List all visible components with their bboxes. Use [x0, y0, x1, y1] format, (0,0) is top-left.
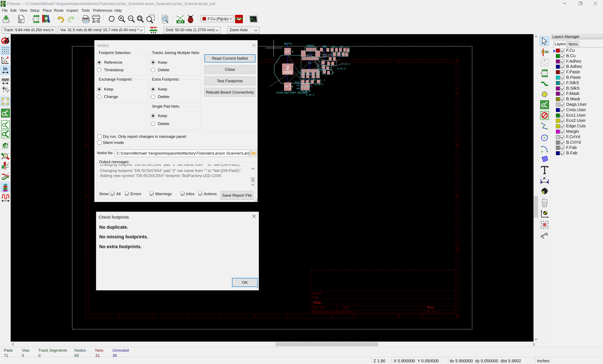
svg-text:R_49.9: R_49.9 — [341, 63, 350, 65]
svg-text:4: 4 — [331, 314, 333, 318]
svg-text:3: 3 — [253, 314, 255, 318]
svg-text:Date:: Date: — [342, 305, 350, 309]
svg-text:D5: D5 — [332, 46, 335, 48]
svg-text:R_49.9: R_49.9 — [315, 83, 323, 86]
svg-text:A: A — [86, 92, 89, 95]
svg-text:9: 9 — [324, 79, 325, 82]
svg-text:Rev:: Rev: — [427, 305, 434, 309]
svg-text:LED.RED: LED.RED — [317, 69, 326, 71]
svg-text:A: A — [299, 72, 301, 74]
svg-text:in: in — [3, 66, 7, 71]
svg-text:θ: θ — [6, 60, 7, 63]
svg-text:5: 5 — [398, 59, 400, 63]
svg-text:r: r — [3, 57, 4, 60]
svg-text:A: A — [299, 76, 301, 78]
svg-text:BATT1: BATT1 — [284, 42, 292, 46]
svg-text:1: 1 — [118, 314, 120, 318]
svg-text:PB1: PB1 — [323, 45, 327, 48]
svg-text:+: + — [291, 85, 293, 89]
svg-text:File:: File: — [312, 295, 318, 299]
svg-text:6: 6 — [456, 59, 458, 63]
svg-text:2: 2 — [186, 314, 188, 318]
svg-text:GND: GND — [283, 70, 292, 74]
svg-text:5: 5 — [398, 314, 400, 318]
svg-text:D: D — [456, 247, 459, 250]
svg-text:R10: R10 — [295, 81, 299, 83]
svg-text:1: 1 — [285, 50, 290, 53]
svg-text:C: C — [456, 194, 459, 198]
svg-text:A: A — [456, 92, 459, 95]
svg-text:D7: D7 — [340, 46, 343, 48]
svg-text:U1: U1 — [308, 61, 311, 65]
svg-text:NET: NET — [178, 20, 183, 23]
svg-text:R_49.9: R_49.9 — [336, 53, 345, 56]
svg-text:Title:: Title: — [313, 300, 322, 305]
svg-text:PROG1: PROG1 — [307, 44, 315, 47]
svg-text:K: K — [332, 72, 334, 75]
svg-text:+: + — [291, 50, 294, 54]
svg-text:R_49.9: R_49.9 — [337, 67, 346, 70]
svg-text:Id: 1/1: Id: 1/1 — [427, 310, 437, 314]
svg-text:B: B — [456, 143, 459, 146]
svg-text:Size: A4: Size: A4 — [312, 305, 325, 309]
svg-text:KiCad E.D.A. kicad (5.0.2)-1: KiCad E.D.A. kicad (5.0.2)-1 — [312, 310, 354, 314]
svg-text:mm: mm — [2, 77, 9, 82]
svg-text:D: D — [86, 247, 89, 250]
svg-text:COIN_BATTERY_HOLDER: COIN_BATTERY_HOLDER — [276, 91, 307, 94]
svg-text:R4: R4 — [297, 87, 300, 90]
svg-text:Sheet:: Sheet: — [312, 292, 322, 295]
svg-text:B: B — [86, 143, 89, 146]
svg-text:6: 6 — [456, 314, 458, 318]
svg-text:C: C — [86, 194, 89, 198]
svg-text:R2: R2 — [297, 84, 299, 87]
svg-text:3: 3 — [284, 85, 288, 88]
